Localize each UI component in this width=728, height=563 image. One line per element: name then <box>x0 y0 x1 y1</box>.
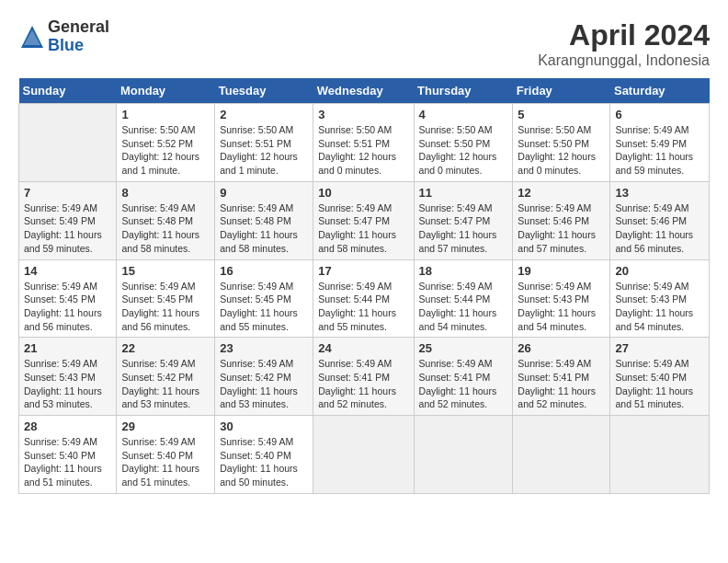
day-info: Sunrise: 5:49 AMSunset: 5:45 PMDaylight:… <box>121 280 210 334</box>
day-info: Sunrise: 5:49 AMSunset: 5:40 PMDaylight:… <box>121 435 210 489</box>
logo: General Blue <box>18 18 109 55</box>
calendar-cell <box>19 104 117 182</box>
day-info: Sunrise: 5:50 AMSunset: 5:51 PMDaylight:… <box>220 123 308 178</box>
day-info: Sunrise: 5:49 AMSunset: 5:42 PMDaylight:… <box>121 357 210 411</box>
calendar-cell: 24Sunrise: 5:49 AMSunset: 5:41 PMDayligh… <box>313 338 414 416</box>
calendar-cell: 18Sunrise: 5:49 AMSunset: 5:44 PMDayligh… <box>414 259 513 338</box>
day-info: Sunrise: 5:49 AMSunset: 5:46 PMDaylight:… <box>615 201 704 256</box>
calendar-cell: 19Sunrise: 5:49 AMSunset: 5:43 PMDayligh… <box>513 259 610 338</box>
day-info: Sunrise: 5:49 AMSunset: 5:43 PMDaylight:… <box>24 357 111 411</box>
day-info: Sunrise: 5:49 AMSunset: 5:42 PMDaylight:… <box>220 357 308 411</box>
calendar-cell <box>610 416 710 494</box>
day-info: Sunrise: 5:49 AMSunset: 5:47 PMDaylight:… <box>318 201 408 256</box>
day-number: 7 <box>24 186 111 200</box>
day-info: Sunrise: 5:49 AMSunset: 5:45 PMDaylight:… <box>220 280 308 334</box>
calendar-cell: 8Sunrise: 5:49 AMSunset: 5:48 PMDaylight… <box>117 181 215 259</box>
day-number: 18 <box>419 264 508 278</box>
header-wednesday: Wednesday <box>313 78 414 104</box>
logo-blue-text: Blue <box>48 37 109 55</box>
calendar-cell: 23Sunrise: 5:49 AMSunset: 5:42 PMDayligh… <box>215 338 313 416</box>
calendar-cell: 27Sunrise: 5:49 AMSunset: 5:40 PMDayligh… <box>610 338 710 416</box>
calendar-cell: 25Sunrise: 5:49 AMSunset: 5:41 PMDayligh… <box>414 338 513 416</box>
calendar-cell: 13Sunrise: 5:49 AMSunset: 5:46 PMDayligh… <box>610 181 710 259</box>
calendar-cell: 11Sunrise: 5:49 AMSunset: 5:47 PMDayligh… <box>414 181 513 259</box>
day-number: 21 <box>24 341 111 355</box>
logo-general-text: General <box>48 18 109 37</box>
day-info: Sunrise: 5:49 AMSunset: 5:44 PMDaylight:… <box>419 280 508 334</box>
day-number: 20 <box>615 264 704 278</box>
header-sunday: Sunday <box>19 78 117 104</box>
calendar-cell: 2Sunrise: 5:50 AMSunset: 5:51 PMDaylight… <box>215 104 313 182</box>
day-number: 16 <box>220 264 308 278</box>
day-info: Sunrise: 5:49 AMSunset: 5:46 PMDaylight:… <box>518 201 605 256</box>
header-thursday: Thursday <box>414 78 513 104</box>
day-info: Sunrise: 5:49 AMSunset: 5:43 PMDaylight:… <box>615 280 704 334</box>
month-title: April 2024 <box>538 18 710 52</box>
calendar-cell: 28Sunrise: 5:49 AMSunset: 5:40 PMDayligh… <box>19 416 117 494</box>
calendar-cell: 21Sunrise: 5:49 AMSunset: 5:43 PMDayligh… <box>19 338 117 416</box>
header-monday: Monday <box>117 78 215 104</box>
calendar-week-row: 28Sunrise: 5:49 AMSunset: 5:40 PMDayligh… <box>19 416 710 494</box>
calendar-cell: 7Sunrise: 5:49 AMSunset: 5:49 PMDaylight… <box>19 181 117 259</box>
calendar-cell: 22Sunrise: 5:49 AMSunset: 5:42 PMDayligh… <box>117 338 215 416</box>
day-info: Sunrise: 5:50 AMSunset: 5:52 PMDaylight:… <box>121 123 210 178</box>
day-number: 15 <box>121 264 210 278</box>
calendar-cell: 4Sunrise: 5:50 AMSunset: 5:50 PMDaylight… <box>414 104 513 182</box>
calendar-cell <box>513 416 610 494</box>
calendar-week-row: 1Sunrise: 5:50 AMSunset: 5:52 PMDaylight… <box>19 104 710 182</box>
calendar-week-row: 7Sunrise: 5:49 AMSunset: 5:49 PMDaylight… <box>19 181 710 259</box>
location: Karangnunggal, Indonesia <box>538 52 710 69</box>
day-info: Sunrise: 5:49 AMSunset: 5:48 PMDaylight:… <box>220 201 308 256</box>
day-number: 27 <box>615 341 704 355</box>
calendar-cell: 14Sunrise: 5:49 AMSunset: 5:45 PMDayligh… <box>19 259 117 338</box>
calendar-cell: 9Sunrise: 5:49 AMSunset: 5:48 PMDaylight… <box>215 181 313 259</box>
calendar-cell: 20Sunrise: 5:49 AMSunset: 5:43 PMDayligh… <box>610 259 710 338</box>
day-info: Sunrise: 5:50 AMSunset: 5:50 PMDaylight:… <box>518 123 605 178</box>
day-number: 29 <box>121 419 210 433</box>
day-info: Sunrise: 5:49 AMSunset: 5:49 PMDaylight:… <box>615 123 704 178</box>
day-number: 26 <box>518 341 605 355</box>
day-info: Sunrise: 5:50 AMSunset: 5:50 PMDaylight:… <box>419 123 508 178</box>
day-number: 22 <box>121 341 210 355</box>
day-info: Sunrise: 5:49 AMSunset: 5:44 PMDaylight:… <box>318 280 408 334</box>
calendar-cell: 5Sunrise: 5:50 AMSunset: 5:50 PMDaylight… <box>513 104 610 182</box>
calendar-cell: 29Sunrise: 5:49 AMSunset: 5:40 PMDayligh… <box>117 416 215 494</box>
day-number: 10 <box>318 186 408 200</box>
day-info: Sunrise: 5:50 AMSunset: 5:51 PMDaylight:… <box>318 123 408 178</box>
day-number: 11 <box>419 186 508 200</box>
day-info: Sunrise: 5:49 AMSunset: 5:41 PMDaylight:… <box>518 357 605 411</box>
calendar-cell: 15Sunrise: 5:49 AMSunset: 5:45 PMDayligh… <box>117 259 215 338</box>
day-info: Sunrise: 5:49 AMSunset: 5:40 PMDaylight:… <box>615 357 704 411</box>
calendar-header-row: SundayMondayTuesdayWednesdayThursdayFrid… <box>19 78 710 104</box>
day-info: Sunrise: 5:49 AMSunset: 5:49 PMDaylight:… <box>24 201 111 256</box>
day-number: 1 <box>121 108 210 121</box>
calendar-cell: 6Sunrise: 5:49 AMSunset: 5:49 PMDaylight… <box>610 104 710 182</box>
calendar-cell: 1Sunrise: 5:50 AMSunset: 5:52 PMDaylight… <box>117 104 215 182</box>
header-friday: Friday <box>513 78 610 104</box>
day-number: 25 <box>419 341 508 355</box>
calendar-cell: 26Sunrise: 5:49 AMSunset: 5:41 PMDayligh… <box>513 338 610 416</box>
day-number: 24 <box>318 341 408 355</box>
day-number: 8 <box>121 186 210 200</box>
day-number: 2 <box>220 108 308 121</box>
calendar-cell: 12Sunrise: 5:49 AMSunset: 5:46 PMDayligh… <box>513 181 610 259</box>
day-number: 30 <box>220 419 308 433</box>
day-number: 9 <box>220 186 308 200</box>
day-number: 14 <box>24 264 111 278</box>
calendar-cell <box>414 416 513 494</box>
calendar-week-row: 14Sunrise: 5:49 AMSunset: 5:45 PMDayligh… <box>19 259 710 338</box>
day-number: 19 <box>518 264 605 278</box>
title-block: April 2024 Karangnunggal, Indonesia <box>538 18 710 69</box>
day-number: 3 <box>318 108 408 121</box>
header-saturday: Saturday <box>610 78 710 104</box>
day-number: 13 <box>615 186 704 200</box>
header-tuesday: Tuesday <box>215 78 313 104</box>
calendar-cell: 16Sunrise: 5:49 AMSunset: 5:45 PMDayligh… <box>215 259 313 338</box>
day-number: 4 <box>419 108 508 121</box>
day-info: Sunrise: 5:49 AMSunset: 5:41 PMDaylight:… <box>318 357 408 411</box>
day-info: Sunrise: 5:49 AMSunset: 5:43 PMDaylight:… <box>518 280 605 334</box>
logo-icon <box>18 23 46 51</box>
day-number: 28 <box>24 419 111 433</box>
day-number: 23 <box>220 341 308 355</box>
day-info: Sunrise: 5:49 AMSunset: 5:40 PMDaylight:… <box>220 435 308 489</box>
